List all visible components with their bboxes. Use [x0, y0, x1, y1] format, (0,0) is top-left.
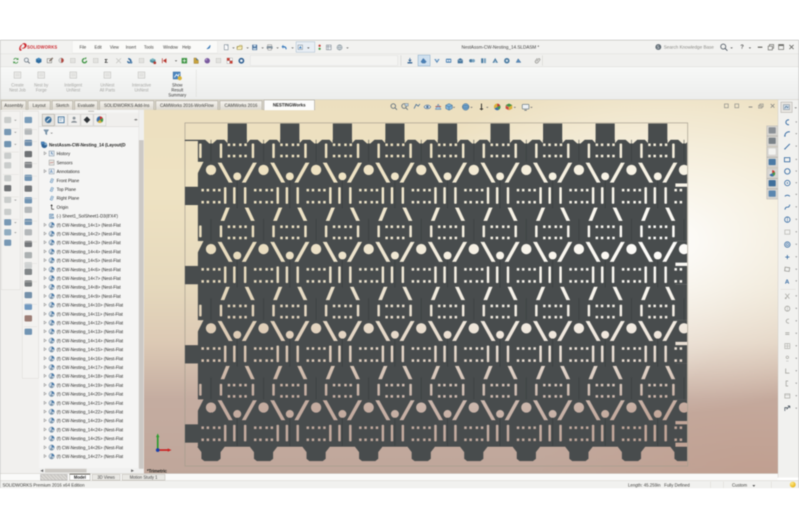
svg-text:A: A: [785, 278, 789, 285]
svg-text:Σ: Σ: [104, 58, 108, 64]
svg-text:S: S: [657, 45, 660, 49]
svg-text:SOLIDWORKS: SOLIDWORKS: [27, 45, 57, 49]
svg-text:A: A: [50, 169, 53, 174]
